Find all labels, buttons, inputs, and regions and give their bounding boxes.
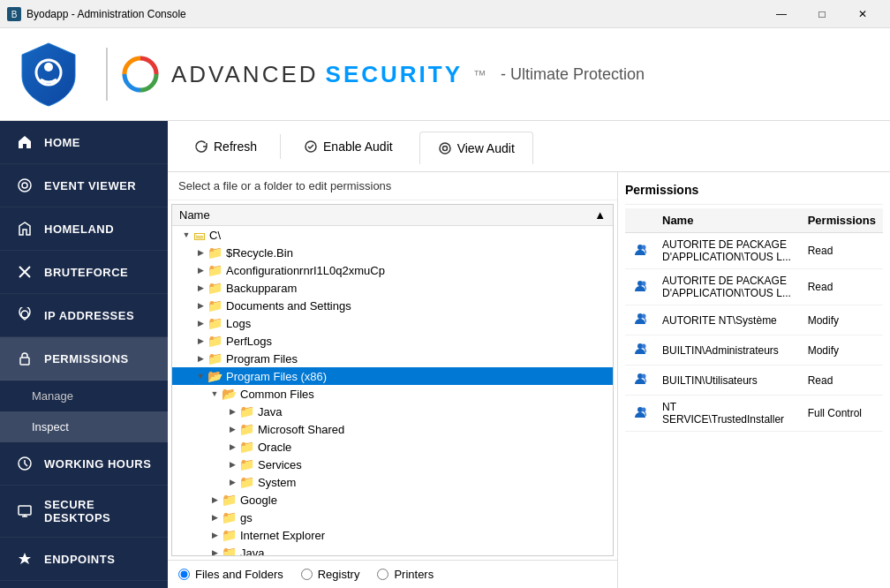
table-row[interactable]: NT SERVICE\TrustedInstaller Full Control bbox=[625, 396, 883, 432]
refresh-button[interactable]: Refresh bbox=[178, 132, 273, 161]
expand-documents[interactable]: ▶ bbox=[193, 298, 207, 313]
tree-item-programfiles86[interactable]: ▼ 📂 Program Files (x86) bbox=[172, 367, 613, 385]
user-icon bbox=[632, 371, 648, 387]
tree-item-aconfig[interactable]: ▶ 📁 AconfigurationrnrI1L0q2xmuCp bbox=[172, 261, 613, 279]
radio-section: Files and Folders Registry Printers bbox=[168, 560, 617, 588]
tree-item-system[interactable]: ▶ 📁 System bbox=[172, 473, 613, 491]
user-icon-cell bbox=[625, 269, 655, 305]
expand-c[interactable]: ▼ bbox=[179, 228, 193, 242]
expand-srecycle[interactable]: ▶ bbox=[193, 245, 207, 260]
tree-item-ie[interactable]: ▶ 📁 Internet Explorer bbox=[172, 526, 613, 544]
expand-gs[interactable]: ▶ bbox=[207, 510, 222, 524]
tree-item-gs[interactable]: ▶ 📁 gs bbox=[172, 509, 613, 526]
tree-scroll-up[interactable]: ▲ bbox=[594, 208, 606, 222]
sidebar-item-working-hours[interactable]: WORKING HOURS bbox=[0, 442, 168, 486]
folder-open-icon: 📂 bbox=[207, 369, 222, 383]
table-row[interactable]: BUILTIN\Administrateurs Modify bbox=[625, 335, 883, 366]
folder-icon: 📁 bbox=[207, 351, 222, 366]
expand-ie[interactable]: ▶ bbox=[207, 528, 222, 542]
sidebar-label-ip: IP ADDRESSES bbox=[44, 309, 134, 322]
radio-files-folders[interactable]: Files and Folders bbox=[178, 568, 283, 581]
tree-item-google[interactable]: ▶ 📁 Google bbox=[172, 491, 613, 509]
expand-msshared[interactable]: ▶ bbox=[225, 422, 239, 436]
tree-item-commonfiles[interactable]: ▼ 📂 Common Files bbox=[172, 385, 613, 403]
radio-printers-input[interactable] bbox=[377, 569, 388, 580]
expand-programfiles86[interactable]: ▼ bbox=[193, 369, 207, 383]
tree-scroll-area[interactable]: ▼ 🖴 C\ ▶ 📁 $Recycle.Bin bbox=[172, 226, 613, 556]
folder-icon: 📁 bbox=[207, 281, 222, 295]
bruteforce-icon bbox=[16, 263, 34, 281]
tree-item-java2[interactable]: ▶ 📁 Java bbox=[172, 544, 613, 556]
table-row[interactable]: AUTORITE DE PACKAGE D'APPLICATION\TOUS L… bbox=[625, 269, 883, 305]
tree-item-msshared[interactable]: ▶ 📁 Microsoft Shared bbox=[172, 420, 613, 438]
radio-registry[interactable]: Registry bbox=[301, 568, 360, 581]
sidebar-item-ransomware[interactable]: RANSOMWARE bbox=[0, 581, 168, 588]
permissions-icon bbox=[16, 350, 34, 367]
sidebar-item-event-viewer[interactable]: EVENT VIEWER bbox=[0, 164, 168, 207]
tree-item-services[interactable]: ▶ 📁 Services bbox=[172, 456, 613, 473]
user-icon-cell bbox=[625, 233, 655, 269]
sidebar-sub-inspect[interactable]: Inspect bbox=[0, 411, 168, 442]
expand-programfiles[interactable]: ▶ bbox=[193, 351, 207, 366]
sidebar-item-homeland[interactable]: HOMELAND bbox=[0, 207, 168, 251]
expand-google[interactable]: ▶ bbox=[207, 493, 222, 507]
user-icon-cell bbox=[625, 366, 655, 396]
expand-system[interactable]: ▶ bbox=[225, 475, 239, 489]
sidebar-item-ip-addresses[interactable]: IP ADDRESSES bbox=[0, 294, 168, 337]
logo-separator bbox=[106, 48, 108, 101]
perm-name: AUTORITE DE PACKAGE D'APPLICATION\TOUS L… bbox=[655, 269, 801, 305]
expand-perflogs[interactable]: ▶ bbox=[193, 334, 207, 348]
tree-container[interactable]: Name ▲ ▼ 🖴 C\ bbox=[171, 204, 614, 556]
expand-oracle[interactable]: ▶ bbox=[225, 440, 239, 454]
sidebar-item-secure-desktops[interactable]: SECURE DESKTOPS bbox=[0, 486, 168, 538]
table-row[interactable]: AUTORITE NT\Système Modify bbox=[625, 305, 883, 335]
expand-services[interactable]: ▶ bbox=[225, 457, 239, 471]
tree-item-perflogs[interactable]: ▶ 📁 PerfLogs bbox=[172, 332, 613, 350]
expand-backupparam[interactable]: ▶ bbox=[193, 281, 207, 295]
close-button[interactable]: ✕ bbox=[842, 0, 883, 28]
minimize-button[interactable]: — bbox=[761, 0, 802, 28]
svg-rect-8 bbox=[20, 358, 29, 365]
perm-value: Read bbox=[801, 366, 883, 396]
sidebar-label-event-viewer: EVENT VIEWER bbox=[44, 179, 136, 192]
enable-audit-button[interactable]: Enable Audit bbox=[288, 132, 409, 161]
brand-logo bbox=[121, 55, 161, 94]
home-icon bbox=[16, 133, 34, 151]
app-icon: B bbox=[7, 7, 21, 21]
svg-point-5 bbox=[19, 179, 31, 192]
tree-item-c[interactable]: ▼ 🖴 C\ bbox=[172, 226, 613, 244]
perm-value: Read bbox=[801, 233, 883, 269]
folder-icon: 📂 bbox=[222, 387, 237, 401]
brand-name-advanced: ADVANCED bbox=[171, 61, 319, 88]
sidebar-item-home[interactable]: HOME bbox=[0, 121, 168, 164]
sidebar-item-bruteforce[interactable]: BRUTEFORCE bbox=[0, 251, 168, 294]
expand-commonfiles[interactable]: ▼ bbox=[207, 387, 222, 401]
view-audit-tab[interactable]: View Audit bbox=[419, 132, 533, 164]
expand-java1[interactable]: ▶ bbox=[225, 404, 239, 418]
tree-item-documents[interactable]: ▶ 📁 Documents and Settings bbox=[172, 297, 613, 314]
tree-item-oracle[interactable]: ▶ 📁 Oracle bbox=[172, 438, 613, 456]
perm-name: BUILTIN\Utilisateurs bbox=[655, 366, 801, 396]
sidebar-item-permissions[interactable]: PERMISSIONS bbox=[0, 337, 168, 381]
secure-desktops-icon bbox=[16, 502, 34, 520]
tree-item-logs[interactable]: ▶ 📁 Logs bbox=[172, 314, 613, 332]
tree-item-srecycle[interactable]: ▶ 📁 $Recycle.Bin bbox=[172, 244, 613, 261]
table-row[interactable]: AUTORITE DE PACKAGE D'APPLICATION\TOUS L… bbox=[625, 233, 883, 269]
expand-logs[interactable]: ▶ bbox=[193, 316, 207, 330]
maximize-button[interactable]: □ bbox=[802, 0, 842, 28]
radio-printers[interactable]: Printers bbox=[377, 568, 434, 581]
table-row[interactable]: BUILTIN\Utilisateurs Read bbox=[625, 366, 883, 396]
folder-icon: 📁 bbox=[239, 475, 254, 489]
expand-aconfig[interactable]: ▶ bbox=[193, 263, 207, 277]
sidebar-item-endpoints[interactable]: ENDPOINTS bbox=[0, 538, 168, 581]
file-tree-instruction: Select a file or a folder to edit permis… bbox=[168, 172, 617, 200]
tree-item-backupparam[interactable]: ▶ 📁 Backupparam bbox=[172, 279, 613, 297]
tree-item-programfiles[interactable]: ▶ 📁 Program Files bbox=[172, 350, 613, 367]
radio-files-input[interactable] bbox=[178, 569, 190, 580]
tree-item-java1[interactable]: ▶ 📁 Java bbox=[172, 403, 613, 420]
sidebar-sub-manage[interactable]: Manage bbox=[0, 381, 168, 411]
perm-col-icon bbox=[625, 208, 655, 233]
radio-registry-input[interactable] bbox=[301, 569, 313, 580]
user-icon-cell bbox=[625, 305, 655, 335]
expand-java2[interactable]: ▶ bbox=[207, 546, 222, 556]
